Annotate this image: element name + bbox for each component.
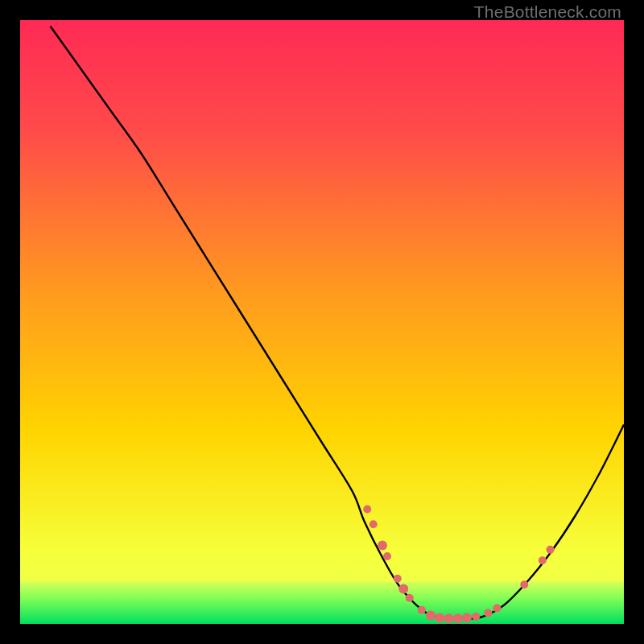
data-point — [369, 520, 378, 528]
data-point — [398, 584, 408, 594]
watermark-text: TheBottleneck.com — [474, 2, 621, 22]
data-point — [435, 613, 444, 623]
chart-frame — [20, 20, 624, 624]
data-point — [453, 613, 463, 623]
data-point — [539, 556, 547, 564]
data-point — [406, 594, 414, 602]
data-point — [418, 606, 426, 614]
data-point — [426, 611, 436, 621]
data-point — [484, 609, 492, 617]
data-point — [444, 613, 454, 623]
data-point — [472, 613, 480, 621]
bottleneck-curve-chart — [20, 20, 624, 624]
data-point — [462, 613, 472, 623]
optimal-green-band — [20, 582, 624, 625]
data-point — [363, 506, 371, 514]
data-point — [520, 580, 528, 588]
data-point — [493, 605, 502, 613]
data-point — [394, 575, 402, 583]
data-point — [547, 546, 555, 554]
data-point — [383, 552, 391, 560]
data-point — [378, 541, 387, 551]
